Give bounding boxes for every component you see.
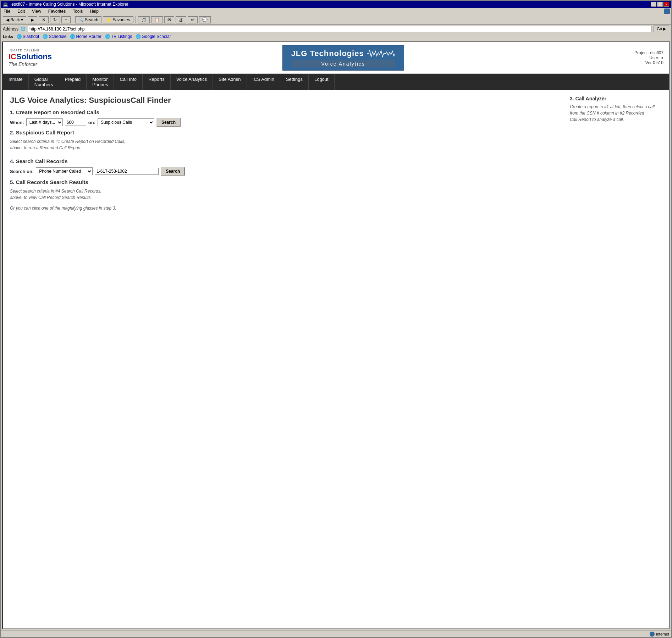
menu-file[interactable]: File	[2, 9, 12, 14]
site-header: INMATE CALLING ICSolutions The Enforcer …	[3, 42, 669, 74]
page-title: JLG Voice Analytics: SuspiciousCall Find…	[10, 96, 559, 105]
title-bar: 💻 escfl07 - Inmate Calling Solutions - M…	[1, 1, 671, 8]
page-title-bold: SuspiciousCall Finder	[89, 96, 171, 105]
create-report-search-button[interactable]: Search	[156, 118, 181, 127]
user-label: User: rr	[634, 55, 663, 60]
internet-status: Internet	[650, 632, 669, 637]
links-label: Links	[3, 34, 13, 39]
maximize-button[interactable]: □	[657, 2, 663, 7]
link-schedule[interactable]: 🌐 Schedule	[43, 34, 66, 39]
nav-logout[interactable]: Logout	[309, 74, 335, 90]
home-button[interactable]: ⌂	[61, 16, 70, 23]
version-label: Ver 0.510	[634, 60, 663, 65]
refresh-button[interactable]: ↻	[50, 16, 60, 23]
project-info: Project: escfl07 User: rr Ver 0.510	[634, 50, 663, 65]
nav-settings[interactable]: Settings	[280, 74, 309, 90]
days-input[interactable]	[65, 119, 86, 126]
nav-inmate[interactable]: Inmate	[3, 74, 29, 90]
browser-window: 💻 escfl07 - Inmate Calling Solutions - M…	[0, 0, 672, 638]
links-bar: Links 🌐 Slashdot 🌐 Schedule 🌐 Home Route…	[1, 33, 671, 40]
close-button[interactable]: ×	[663, 2, 669, 7]
nav-call-info[interactable]: Call Info	[114, 74, 143, 90]
history-button[interactable]: 📋	[151, 16, 163, 23]
search-call-records-input[interactable]	[95, 168, 159, 175]
mail-button[interactable]: ✉	[164, 16, 174, 23]
print-button[interactable]: 🖨	[176, 16, 186, 23]
section2-description: Select search criteria in #1 Create Repo…	[10, 138, 559, 151]
menu-view[interactable]: View	[31, 9, 43, 14]
menu-edit[interactable]: Edit	[16, 9, 26, 14]
logo-enforcer: The Enforcer	[9, 61, 37, 67]
nav-site-admin[interactable]: Site Admin	[213, 74, 247, 90]
nav-reports[interactable]: Reports	[143, 74, 171, 90]
forward-button[interactable]: ▶	[28, 16, 37, 23]
right-panel: 3. Call Analyzer Create a report in #1 a…	[570, 96, 662, 623]
go-button[interactable]: Go ▶	[654, 26, 669, 32]
page-title-normal: JLG Voice Analytics:	[10, 96, 89, 105]
jlg-subtitle: Voice Analytics	[291, 60, 395, 67]
search-on-label: Search on:	[10, 169, 34, 174]
when-select[interactable]: Last X days... Last 7 days Last 30 days …	[26, 118, 63, 126]
link-google-scholar[interactable]: 🌐 Google Scholar	[136, 34, 171, 39]
main-content: JLG Voice Analytics: SuspiciousCall Find…	[3, 90, 669, 628]
stop-button[interactable]: ✕	[39, 16, 49, 23]
search-on-select[interactable]: Phone Number Called Inmate Name CSN Date	[36, 167, 93, 175]
section4-form-row: Search on: Phone Number Called Inmate Na…	[10, 167, 559, 176]
status-bar: Internet	[1, 631, 671, 637]
on-select[interactable]: Suspicious Calls All Calls Flagged Calls	[98, 118, 154, 126]
section5-extra-desc: Or you can click one of the magnifying g…	[10, 205, 559, 211]
address-label: Address	[3, 27, 18, 32]
nav-bar: Inmate GlobalNumbers Prepaid MonitorPhon…	[3, 74, 669, 90]
waveform-icon	[367, 48, 395, 59]
ie-logo	[664, 9, 670, 14]
section2-title: 2. Suspicious Call Report	[10, 129, 559, 135]
address-bar: Address 🌐 Go ▶	[1, 25, 671, 33]
logo-ics: ICSolutions	[9, 52, 52, 61]
favorites-toolbar-button[interactable]: ⭐ Favorites	[103, 16, 133, 23]
section5-description: Select search criteria in #4 Search Call…	[10, 188, 559, 201]
back-button[interactable]: ◀ Back ▾	[3, 16, 26, 23]
section1-form-row: When: Last X days... Last 7 days Last 30…	[10, 118, 559, 127]
separator	[73, 16, 73, 23]
section4-container: 4. Search Call Records Search on: Phone …	[10, 158, 559, 176]
section3-title: 3. Call Analyzer	[570, 96, 662, 101]
internet-icon	[650, 632, 655, 637]
on-label: on:	[88, 120, 95, 125]
media-button[interactable]: 🎵	[138, 16, 150, 23]
menu-bar: File Edit View Favorites Tools Help	[1, 8, 671, 15]
menu-help[interactable]: Help	[88, 9, 100, 14]
left-panel: JLG Voice Analytics: SuspiciousCall Find…	[10, 96, 559, 623]
nav-global-numbers[interactable]: GlobalNumbers	[29, 74, 59, 90]
search-toolbar-button[interactable]: 🔍 Search	[75, 16, 101, 23]
menu-tools[interactable]: Tools	[71, 9, 84, 14]
link-slashdot[interactable]: 🌐 Slashdot	[17, 34, 39, 39]
discuss-button[interactable]: 💬	[199, 16, 211, 23]
nav-ics-admin[interactable]: ICS Admin	[247, 74, 280, 90]
center-logo: JLG Technologies Voice Analytics	[59, 45, 627, 71]
browser-title: 💻 escfl07 - Inmate Calling Solutions - M…	[3, 2, 128, 7]
nav-prepaid[interactable]: Prepaid	[59, 74, 87, 90]
browser-toolbar: ◀ Back ▾ ▶ ✕ ↻ ⌂ 🔍 Search ⭐ Favorites 🎵 …	[1, 15, 671, 25]
project-label: Project: escfl07	[634, 50, 663, 55]
address-icon: 🌐	[21, 27, 26, 31]
link-home-router[interactable]: 🌐 Home Router	[70, 34, 101, 39]
page-content: INMATE CALLING ICSolutions The Enforcer …	[2, 41, 670, 629]
section1-title: 1. Create Report on Recorded Calls	[10, 109, 559, 115]
search-call-records-button[interactable]: Search	[161, 167, 185, 176]
minimize-button[interactable]: _	[651, 2, 656, 7]
jlg-banner: JLG Technologies Voice Analytics	[282, 45, 404, 71]
internet-label: Internet	[656, 632, 669, 636]
section3-description: Create a report in #1 at left, then sele…	[570, 104, 662, 123]
menu-favorites[interactable]: Favorites	[47, 9, 67, 14]
section4-title: 4. Search Call Records	[10, 158, 559, 164]
jlg-title: JLG Technologies	[291, 49, 364, 58]
separator2	[136, 16, 136, 23]
link-tv-listings[interactable]: 🌐 TV Listings	[105, 34, 132, 39]
logo-section: INMATE CALLING ICSolutions The Enforcer	[9, 49, 52, 67]
edit-page-button[interactable]: ✏	[188, 16, 198, 23]
title-bar-buttons: _ □ ×	[651, 2, 669, 7]
address-input[interactable]	[28, 26, 651, 32]
logo-inmate-calling: INMATE CALLING	[9, 49, 40, 52]
nav-voice-analytics[interactable]: Voice Analytics	[171, 74, 213, 90]
nav-monitor-phones[interactable]: MonitorPhones	[87, 74, 114, 90]
